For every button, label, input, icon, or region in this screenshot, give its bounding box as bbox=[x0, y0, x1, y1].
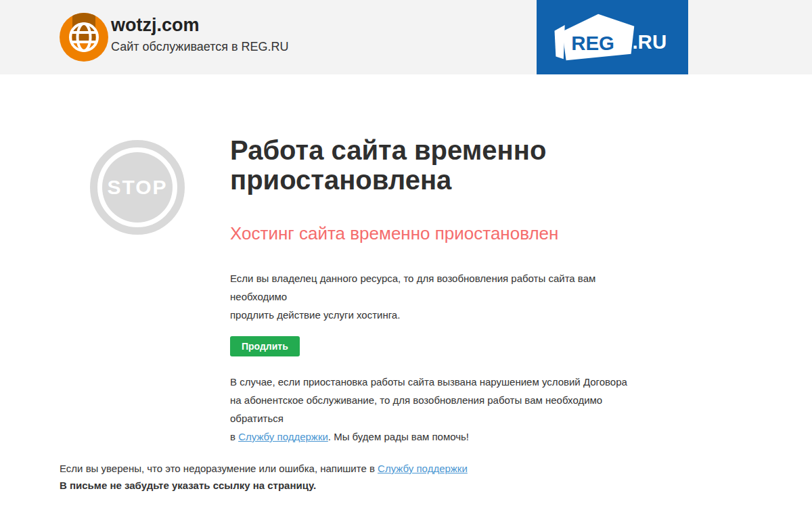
stop-badge-inner: STOP bbox=[102, 152, 173, 223]
renew-button[interactable]: Продлить bbox=[230, 336, 300, 356]
suspended-site-page: wotzj.com Сайт обслуживается в REG.RU RE… bbox=[0, 0, 812, 510]
stop-badge: STOP bbox=[90, 140, 185, 235]
site-favicon bbox=[60, 13, 108, 62]
support-link[interactable]: Службу поддержки bbox=[238, 431, 328, 442]
footer-reminder: В письме не забудьте указать ссылку на с… bbox=[60, 477, 533, 494]
globe-icon bbox=[60, 13, 108, 62]
site-hosted-by: Сайт обслуживается в REG.RU bbox=[111, 39, 289, 54]
site-meta: wotzj.com Сайт обслуживается в REG.RU bbox=[111, 14, 289, 54]
stop-badge-label: STOP bbox=[107, 176, 167, 199]
footer-note: Если вы уверены, что это недоразумение и… bbox=[60, 460, 533, 477]
regru-logo[interactable]: REG .RU bbox=[537, 0, 688, 74]
violation-instructions: В случае, если приостановка работы сайта… bbox=[230, 373, 648, 446]
header: wotzj.com Сайт обслуживается в REG.RU RE… bbox=[0, 0, 812, 74]
footer-support-link[interactable]: Службу поддержки bbox=[378, 463, 468, 474]
footer-note-text: Если вы уверены, что это недоразумение и… bbox=[60, 463, 378, 474]
regru-logo-icon: REG .RU bbox=[548, 9, 677, 66]
violation-text-after: . Мы будем рады вам помочь! bbox=[328, 431, 469, 442]
svg-text:REG: REG bbox=[571, 32, 614, 54]
owner-instructions: Если вы владелец данного ресурса, то для… bbox=[230, 269, 648, 324]
status-message: Хостинг сайта временно приостановлен bbox=[230, 223, 648, 244]
svg-text:.RU: .RU bbox=[632, 30, 667, 53]
site-domain: wotzj.com bbox=[111, 14, 289, 36]
page-title: Работа сайта временно приостановлена bbox=[230, 135, 648, 195]
main-content: Работа сайта временно приостановлена Хос… bbox=[230, 135, 648, 446]
footer: Если вы уверены, что это недоразумение и… bbox=[60, 460, 533, 494]
